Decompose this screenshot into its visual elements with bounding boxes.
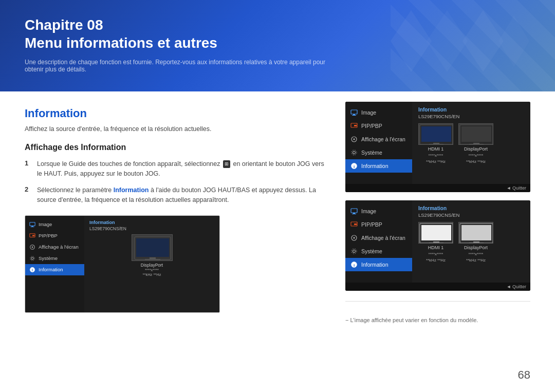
svg-rect-51	[461, 225, 491, 240]
ss-sidebar: Image PIP/PBP Affich	[25, 216, 84, 312]
svg-rect-49	[429, 242, 443, 244]
menu-panel-1: Information LS29E790CNS/EN	[412, 102, 530, 184]
svg-rect-37	[353, 213, 355, 214]
freq-hdmi-2a: ****x****	[429, 252, 443, 256]
screen-dp-2: DisplayPort ****x**** **kHz **Hz	[458, 222, 493, 263]
panel-title-2: Information	[418, 206, 524, 211]
freq-dp-1b: **kHz **Hz	[466, 159, 486, 164]
svg-rect-6	[31, 227, 34, 227]
header-banner: Chapitre 08 Menu informations et autres …	[0, 0, 555, 91]
system-icon-1	[350, 149, 358, 156]
label-affichage-1: Affichage à l'écran	[361, 136, 405, 142]
label-information-1: Information	[361, 163, 388, 169]
pip-icon-1	[350, 122, 358, 129]
label-systeme-2: Système	[361, 248, 382, 254]
svg-rect-16	[150, 257, 156, 259]
subsection-title: Affichage des Information	[25, 143, 327, 152]
left-column: Information Affichez la source d'entrée,…	[25, 107, 327, 323]
ss-label-information: Information	[39, 267, 63, 272]
ss-screen-single: DisplayPort ****x**** **kHz **Hz	[132, 234, 173, 277]
ss-menu-information: i Information	[25, 264, 84, 275]
menu-image-2: Image	[345, 204, 412, 218]
menu-affichage-1: Affichage à l'écran	[345, 133, 412, 146]
svg-rect-29	[421, 126, 451, 142]
svg-rect-52	[473, 241, 479, 242]
freq-hdmi-2b: **kHz **Hz	[426, 258, 446, 263]
menu-information-1: i Information	[345, 159, 412, 173]
page-title: Menu informations et autres	[25, 34, 530, 52]
label-hdmi-2: HDMI 1	[428, 245, 444, 250]
label-dp-2: DisplayPort	[464, 245, 488, 250]
screen-icon	[29, 244, 35, 250]
thumb-hdmi-2	[418, 222, 453, 244]
label-pip-1: PIP/PBP	[361, 123, 382, 129]
step-1-text: Lorsque le Guide des touches de fonction…	[37, 159, 327, 179]
svg-rect-34	[473, 143, 479, 144]
small-screenshot: Image PIP/PBP Affich	[25, 215, 220, 313]
ss-menu-systeme: Système	[25, 253, 84, 264]
quit-label-2: ◄ Quitter	[507, 284, 526, 289]
svg-point-10	[31, 257, 33, 259]
section-description: Affichez la source d'entrée, la fréquenc…	[25, 125, 327, 133]
svg-rect-18	[351, 110, 357, 114]
quit-bar-1: ◄ Quitter	[345, 184, 530, 192]
monitor-thumb-hdmi	[419, 124, 453, 145]
step-1: 1 Lorsque le Guide des touches de foncti…	[25, 159, 327, 179]
screen-icon-2	[350, 234, 358, 241]
system-icon-2	[350, 248, 358, 255]
svg-rect-38	[352, 214, 356, 214]
chapter-label: Chapitre 08	[25, 16, 530, 34]
ss-panel: Information LS29E790CNS/EN	[84, 216, 219, 312]
freq-dp-2b: **kHz **Hz	[466, 258, 486, 263]
system-icon	[29, 255, 35, 262]
ss-label-affichage: Affichage à l'écran	[39, 244, 79, 250]
label-hdmi-1: HDMI 1	[428, 146, 444, 152]
label-dp-1: DisplayPort	[464, 146, 488, 152]
svg-marker-0	[391, 10, 432, 72]
menu-sidebar-1: Image PIP/PBP Affich	[345, 102, 412, 184]
ss-panel-title: Information	[89, 220, 214, 225]
svg-marker-2	[462, 10, 504, 72]
header-decoration	[380, 5, 534, 77]
right-column: Image PIP/PBP Affich	[345, 102, 530, 323]
panel-title-1: Information	[418, 107, 524, 113]
image-icon	[29, 221, 35, 228]
svg-text:i: i	[32, 268, 33, 272]
label-image-1: Image	[361, 109, 376, 116]
freq-hdmi-1a: ****x****	[429, 153, 443, 158]
freq-dp-2a: ****x****	[469, 252, 484, 256]
ss-screen-freq1: ****x****	[145, 268, 159, 272]
step-2: 2 Sélectionnez le paramètre Information …	[25, 185, 327, 205]
menu-image-1: Image	[345, 106, 412, 119]
ss-screen-freq2: **kHz **Hz	[143, 272, 161, 277]
note-text: − L'image affichée peut varier en foncti…	[345, 317, 530, 323]
svg-rect-19	[353, 114, 355, 115]
screen-hdmi-2: HDMI 1 ****x**** **kHz **Hz	[418, 222, 453, 263]
section-title: Information	[25, 107, 327, 120]
screen-dp-1: DisplayPort ****x**** **kHz **Hz	[458, 123, 493, 164]
svg-rect-4	[30, 222, 35, 226]
label-pip-2: PIP/PBP	[361, 221, 382, 228]
svg-rect-15	[136, 238, 169, 257]
label-image-2: Image	[361, 208, 376, 214]
ss-label-image: Image	[39, 221, 52, 227]
ss-menu-pip: PIP/PBP	[25, 230, 84, 241]
menu-information-2: i Information	[345, 258, 412, 271]
svg-rect-31	[429, 144, 443, 145]
image-icon-1	[350, 109, 358, 116]
pip-icon-2	[350, 221, 358, 228]
menu-pip-2: PIP/PBP	[345, 218, 412, 231]
menu-systeme-2: Système	[345, 245, 412, 258]
thumb-hdmi-1	[418, 123, 453, 145]
svg-rect-40	[354, 223, 357, 225]
image-icon-2	[350, 208, 358, 215]
monitor-thumb-hdmi-2	[419, 222, 453, 244]
freq-hdmi-1b: **kHz **Hz	[426, 159, 446, 164]
screen-hdmi-1: HDMI 1 ****x**** **kHz **Hz	[418, 123, 453, 164]
svg-rect-20	[352, 115, 356, 116]
panel-screens-1: HDMI 1 ****x**** **kHz **Hz	[418, 123, 524, 164]
monitor-svg	[132, 235, 173, 262]
quit-label-1: ◄ Quitter	[507, 185, 526, 191]
svg-rect-8	[32, 235, 34, 236]
monitor-ui-1: Image PIP/PBP Affich	[345, 102, 530, 192]
